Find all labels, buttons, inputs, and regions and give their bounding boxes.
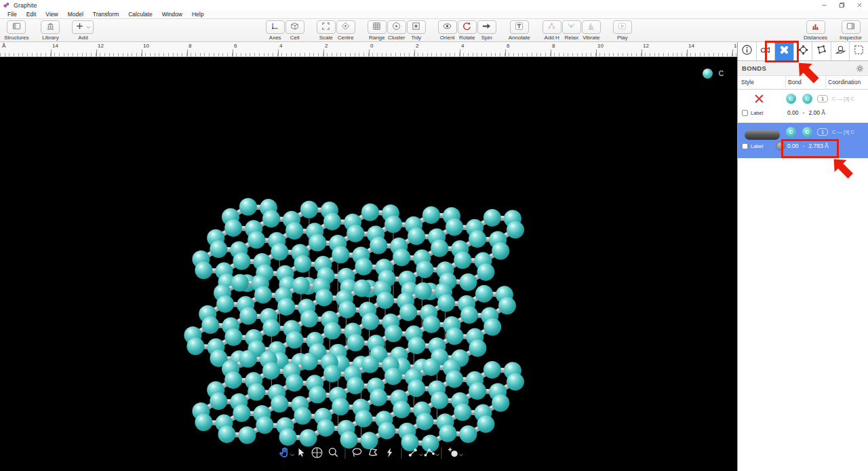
toolbar-button-label: Library: [42, 35, 58, 41]
bond-order-badge[interactable]: 1: [817, 95, 828, 102]
bond-range-highlighted[interactable]: 0.00-2.783 Å: [787, 143, 829, 149]
toolbar-button-axes[interactable]: Axes: [266, 20, 285, 41]
ruler-label: 6: [234, 43, 237, 49]
settings-gear-icon[interactable]: [856, 64, 864, 73]
atom-badge[interactable]: C: [786, 127, 796, 137]
tab-polyhedra[interactable]: [794, 42, 813, 60]
toolbar-divider: [441, 447, 441, 459]
menu-file[interactable]: File: [3, 10, 22, 19]
toolbar-button-annotate[interactable]: Annotate: [509, 20, 530, 41]
toolbar-button-relax[interactable]: Relax: [562, 20, 581, 41]
tab-selection[interactable]: [850, 42, 868, 60]
checkbox-box[interactable]: [742, 143, 748, 149]
toolbar-button-distances[interactable]: Distances: [804, 20, 827, 41]
add-atom-tool[interactable]: [445, 445, 461, 461]
bonds-table-header: Style Bond Coordination: [738, 76, 868, 90]
toolbar-button-label: Add: [78, 35, 87, 41]
bond-order-badge[interactable]: 1: [817, 128, 828, 136]
tab-bonds[interactable]: [775, 42, 794, 60]
relax-icon: [566, 21, 576, 34]
inspector-icon: [846, 21, 856, 34]
scale-icon: [321, 21, 331, 34]
toolbar-button-rotate[interactable]: Rotate: [458, 20, 477, 41]
restore-button[interactable]: [833, 0, 850, 10]
toolbar-button-label: Cell: [290, 35, 300, 41]
move-tool[interactable]: [309, 445, 325, 461]
structure-canvas[interactable]: C: [0, 57, 737, 471]
ruler-label: 12: [98, 43, 104, 49]
toolbar-button-label: Annotate: [509, 35, 530, 41]
angle-tool[interactable]: [421, 445, 437, 461]
carbon-atom-swatch: [703, 69, 713, 79]
bond-color-swatch[interactable]: [776, 141, 785, 151]
distance-tool[interactable]: [405, 445, 421, 461]
magic-wand-tool[interactable]: [381, 445, 397, 461]
bond-range[interactable]: 0.00-2.00 Å: [787, 109, 825, 116]
toolbar-button-label: Add H: [545, 35, 559, 41]
selection-icon: [853, 44, 865, 58]
toolbar-button-centre[interactable]: Centre: [336, 20, 355, 41]
atom-badge[interactable]: C: [802, 94, 812, 104]
toolbar-button-structures[interactable]: Structures: [4, 20, 28, 41]
close-button[interactable]: [850, 0, 868, 10]
ruler-major-tick: [414, 50, 415, 56]
library-icon: [45, 21, 56, 34]
ruler-major-tick: [505, 50, 506, 56]
toolbar-group: Add: [72, 20, 94, 41]
bonds-panel-title: BONDS: [742, 64, 766, 72]
select-tool[interactable]: [292, 445, 309, 461]
toolbar-button-cell[interactable]: Cell: [285, 20, 304, 41]
ruler-label: 2: [416, 43, 418, 49]
ruler-label: 8: [189, 43, 191, 49]
label-checkbox[interactable]: Label: [742, 110, 763, 116]
menu-transform[interactable]: Transform: [88, 10, 123, 19]
titlebar: Graphite: [0, 0, 868, 10]
lasso-tool[interactable]: [349, 445, 365, 461]
ruler-label: 8: [552, 43, 555, 49]
tab-plane[interactable]: [831, 42, 850, 60]
bond-row-selected[interactable]: C C 1 C — [9] C Label 0.00-2.783 Å: [738, 123, 868, 158]
tab-info[interactable]: [738, 42, 757, 60]
toolbar-button-orient[interactable]: Orient: [438, 20, 457, 41]
toolbar-button-label: Spin: [481, 35, 492, 41]
ruler-label: 10: [143, 43, 149, 49]
toolbar-group: Annotate: [509, 20, 531, 41]
ruler-major-tick: [732, 50, 733, 56]
zoom-tool[interactable]: [325, 445, 341, 461]
toolbar-button-inspector[interactable]: Inspector: [840, 20, 862, 41]
polygon-select-tool[interactable]: [365, 445, 381, 461]
cylinder-style-preview[interactable]: [745, 130, 780, 140]
atom-badge[interactable]: C: [786, 94, 796, 104]
menu-edit[interactable]: Edit: [22, 10, 41, 19]
toolbar-button-vibrate[interactable]: Vibrate: [582, 20, 601, 41]
minimize-button[interactable]: [815, 0, 833, 10]
atom-badge[interactable]: C: [802, 127, 812, 137]
toolbar-button-tidy[interactable]: Tidy: [407, 20, 426, 41]
toolbar-button-cluster[interactable]: Cluster: [387, 20, 406, 41]
ruler-major-tick: [187, 50, 188, 56]
tab-cell-tab[interactable]: [812, 42, 831, 60]
menu-model[interactable]: Model: [63, 10, 88, 19]
tab-model[interactable]: [757, 42, 776, 60]
toolbar-button-scale[interactable]: Scale: [317, 20, 336, 41]
label-checkbox[interactable]: Label: [742, 143, 763, 149]
toolbar-group: Add HRelaxVibrate: [542, 20, 601, 41]
toolbar-button-library[interactable]: Library: [41, 20, 60, 41]
bond-row[interactable]: C C 1 C — [3] C Label 0.00-2.00 Å: [738, 90, 868, 123]
toolbar-button-play[interactable]: Play: [613, 20, 632, 41]
ruler-major-tick: [551, 50, 551, 56]
ruler-major-tick: [369, 50, 370, 56]
toolbar-button-add[interactable]: Add: [72, 20, 94, 41]
toolbar-button-add-h[interactable]: Add H: [542, 20, 561, 41]
menu-view[interactable]: View: [41, 10, 62, 19]
vibrate-icon: [586, 21, 596, 34]
menu-calculate[interactable]: Calculate: [123, 10, 157, 19]
pan-tool[interactable]: [276, 445, 292, 461]
ruler-major-tick: [233, 50, 233, 56]
menu-window[interactable]: Window: [157, 10, 187, 19]
bonds-icon: [778, 44, 790, 58]
menu-help[interactable]: Help: [187, 10, 208, 19]
toolbar-button-range[interactable]: Range: [368, 20, 387, 41]
checkbox-box[interactable]: [742, 110, 748, 116]
toolbar-button-spin[interactable]: Spin: [477, 20, 496, 41]
